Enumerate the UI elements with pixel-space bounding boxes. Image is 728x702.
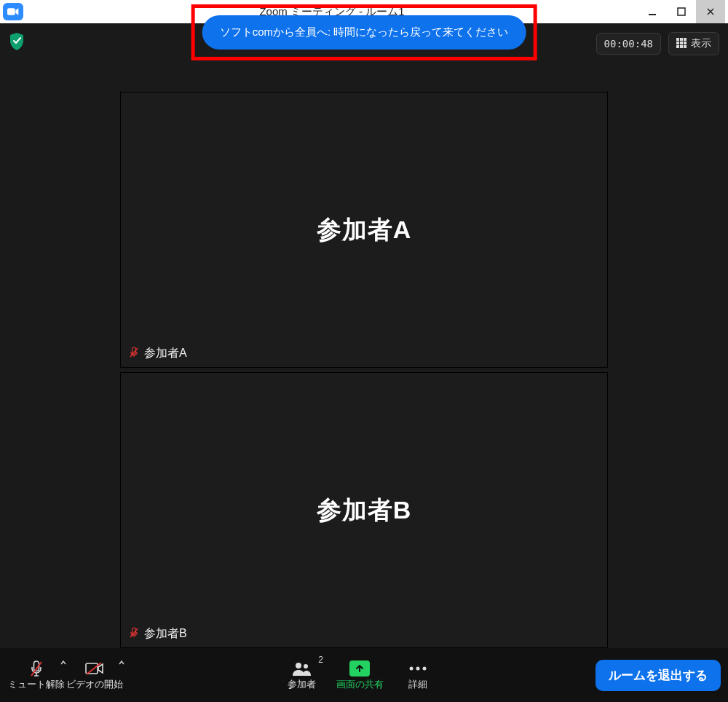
annotation-highlight-box: ソフトcomから全員へ: 時間になったら戻って来てください: [191, 4, 537, 60]
more-ellipsis-icon: [408, 659, 427, 678]
svg-rect-11: [684, 45, 687, 48]
participant-big-label: 参加者A: [317, 213, 412, 247]
participant-name-label: 参加者B: [144, 626, 187, 642]
minimize-button[interactable]: [638, 0, 667, 23]
svg-rect-5: [684, 38, 687, 41]
share-screen-button[interactable]: 画面の共有: [331, 653, 389, 697]
unmute-button[interactable]: ミュート解除: [7, 653, 66, 697]
mic-muted-icon: [128, 347, 140, 361]
svg-point-21: [423, 667, 427, 671]
maximize-button[interactable]: [667, 0, 696, 23]
svg-rect-7: [680, 42, 683, 44]
participant-tile[interactable]: 参加者B 参加者B: [120, 372, 608, 648]
leave-room-button[interactable]: ルームを退出する: [596, 660, 721, 691]
unmute-label: ミュート解除: [8, 678, 65, 691]
host-broadcast-message: ソフトcomから全員へ: 時間になったら戻って来てください: [202, 15, 526, 50]
participants-button[interactable]: 参加者 2: [272, 653, 331, 697]
more-label: 詳細: [408, 678, 427, 691]
meeting-toolbar: ミュート解除 ビデオの開始 参加者 2 画面の共有 詳細 ルームを退出する: [0, 648, 728, 702]
share-screen-label: 画面の共有: [336, 678, 384, 691]
participant-big-label: 参加者B: [317, 494, 412, 527]
svg-rect-2: [678, 8, 685, 15]
participants-label: 参加者: [288, 678, 316, 691]
svg-rect-10: [680, 45, 683, 48]
svg-rect-4: [680, 38, 683, 41]
share-screen-icon: [349, 659, 370, 678]
participants-count-badge: 2: [318, 655, 323, 665]
svg-point-17: [296, 663, 301, 669]
more-button[interactable]: 詳細: [389, 653, 447, 697]
svg-rect-3: [676, 38, 679, 41]
participant-name-label: 参加者A: [144, 346, 187, 361]
window-controls: [638, 0, 725, 23]
tile-footer: 参加者A: [128, 346, 187, 361]
video-grid: 参加者A 参加者A 参加者B 参加者B: [0, 64, 728, 648]
tile-footer: 参加者B: [128, 626, 187, 642]
participant-tile[interactable]: 参加者A 参加者A: [120, 92, 608, 368]
svg-point-20: [416, 667, 420, 671]
microphone-muted-icon: [28, 659, 44, 678]
svg-line-16: [87, 663, 101, 674]
video-options-chevron-icon[interactable]: [118, 658, 125, 669]
svg-point-18: [304, 664, 308, 669]
video-off-icon: [85, 659, 104, 678]
start-video-label: ビデオの開始: [66, 678, 123, 691]
svg-rect-1: [649, 14, 656, 15]
start-video-button[interactable]: ビデオの開始: [66, 653, 124, 697]
svg-rect-15: [86, 663, 98, 674]
svg-rect-8: [684, 42, 687, 44]
encryption-shield-icon[interactable]: [9, 32, 25, 54]
svg-rect-6: [676, 42, 679, 44]
participants-icon: [291, 659, 312, 678]
svg-rect-9: [676, 45, 679, 48]
view-button[interactable]: 表示: [668, 32, 719, 55]
grid-icon: [676, 38, 687, 50]
recording-timer: 00:00:48: [596, 33, 661, 55]
svg-point-19: [410, 667, 414, 671]
svg-rect-0: [7, 8, 15, 15]
view-button-label: 表示: [691, 37, 711, 50]
mic-muted-icon: [128, 627, 140, 642]
zoom-logo-icon: [3, 3, 23, 20]
close-button[interactable]: [696, 0, 725, 23]
